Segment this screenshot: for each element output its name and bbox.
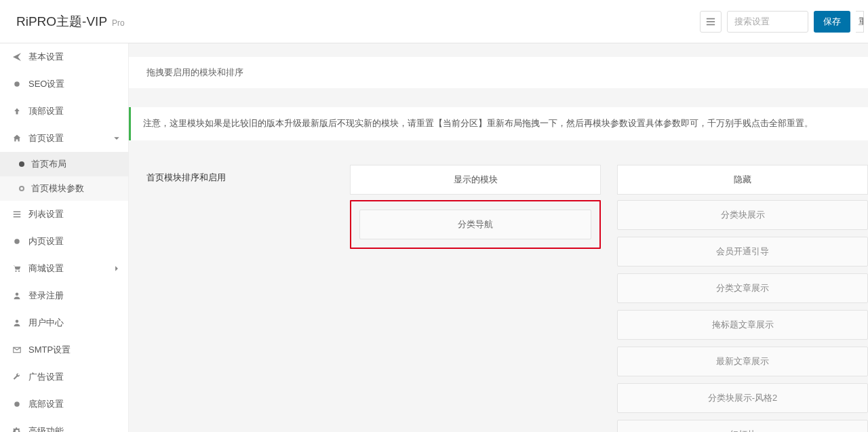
sidebar-label: 广告设置: [28, 371, 64, 383]
sidebar-item-login[interactable]: 登录注册: [0, 282, 128, 309]
sidebar-label: 登录注册: [28, 290, 64, 302]
sidebar-label: SMTP设置: [28, 344, 71, 356]
svg-rect-1: [707, 21, 715, 22]
svg-rect-6: [14, 216, 21, 218]
layout-row: 首页模块排序和启用 显示的模块 分类导航 隐藏 分类块展示 会员开通引导 分类文…: [129, 165, 868, 432]
enabled-header: 显示的模块: [350, 165, 601, 195]
layout-columns: 显示的模块 分类导航 隐藏 分类块展示 会员开通引导 分类文章展示 掩标题文章展…: [350, 165, 868, 432]
sidebar-label: 底部设置: [28, 398, 64, 410]
sidebar-label: 基本设置: [28, 51, 64, 63]
sidebar-sub-layout[interactable]: 首页布局: [0, 152, 128, 176]
module-item[interactable]: 分类文章展示: [617, 273, 868, 303]
svg-point-10: [16, 293, 19, 296]
sidebar-sub-params[interactable]: 首页模块参数: [0, 176, 128, 201]
section-title: 拖拽要启用的模块和排序: [129, 57, 868, 88]
gear-icon: [11, 427, 23, 432]
module-item[interactable]: 幻灯片: [617, 420, 868, 432]
chevron-down-icon: [113, 134, 120, 144]
svg-point-11: [16, 320, 19, 323]
header-actions: 保存 重: [700, 11, 864, 33]
save-button[interactable]: 保存: [814, 11, 850, 33]
sidebar-item-smtp[interactable]: SMTP设置: [0, 336, 128, 364]
svg-rect-0: [707, 18, 715, 19]
sidebar-label: 首页设置: [28, 132, 64, 144]
svg-point-13: [14, 401, 20, 407]
svg-point-7: [14, 239, 20, 244]
module-item[interactable]: 分类块展示: [617, 200, 868, 230]
sidebar-item-top[interactable]: 顶部设置: [0, 98, 128, 125]
sidebar-item-seo[interactable]: SEO设置: [0, 71, 128, 98]
page-title: RiPRO主题-VIP Pro: [16, 13, 125, 31]
sidebar-item-list[interactable]: 列表设置: [0, 201, 128, 228]
dot-icon: [11, 80, 23, 88]
sidebar-item-ads[interactable]: 广告设置: [0, 364, 128, 391]
sidebar-item-inner[interactable]: 内页设置: [0, 228, 128, 255]
svg-rect-2: [707, 24, 715, 25]
sidebar-item-basic[interactable]: 基本设置: [0, 43, 128, 71]
highlighted-module-box: 分类导航: [350, 200, 601, 249]
wrench-icon: [11, 373, 23, 381]
sidebar-sub-home: 首页布局 首页模块参数: [0, 152, 128, 201]
dot-icon: [11, 400, 23, 408]
sidebar-label: 用户中心: [28, 317, 64, 329]
home-icon: [11, 134, 23, 142]
up-icon: [11, 107, 23, 115]
svg-rect-4: [14, 212, 21, 213]
sidebar-label: SEO设置: [28, 78, 64, 90]
hidden-module-list: 分类块展示 会员开通引导 分类文章展示 掩标题文章展示 最新文章展示 分类块展示…: [617, 200, 868, 432]
chevron-right-icon: [113, 264, 120, 274]
svg-point-9: [18, 271, 20, 272]
svg-rect-5: [14, 214, 21, 215]
user-icon: [11, 319, 23, 327]
title-suffix: Pro: [112, 18, 125, 28]
module-item[interactable]: 分类块展示-风格2: [617, 383, 868, 413]
sidebar-label: 顶部设置: [28, 105, 64, 117]
user-icon: [11, 292, 23, 300]
sidebar-item-advanced[interactable]: 高级功能: [0, 418, 128, 432]
layout-label: 首页模块排序和启用: [146, 165, 336, 432]
sidebar-label: 列表设置: [28, 208, 64, 220]
sidebar-item-shop[interactable]: 商城设置: [0, 255, 128, 282]
module-item[interactable]: 会员开通引导: [617, 237, 868, 267]
svg-point-8: [15, 271, 16, 272]
mail-icon: [11, 346, 23, 354]
notice-container: 注意，这里模块如果是比较旧的版本升级最新版后不现实新的模块，请重置【当前分区】重…: [129, 107, 868, 140]
svg-point-3: [14, 81, 20, 87]
module-item[interactable]: 最新文章展示: [617, 347, 868, 376]
bullet-icon: [19, 161, 24, 167]
bullet-hollow-icon: [19, 186, 24, 191]
enabled-modules-column: 显示的模块 分类导航: [350, 165, 601, 432]
module-item[interactable]: 分类导航: [359, 210, 591, 239]
title-main: RiPRO主题-VIP: [16, 14, 107, 28]
sidebar-item-usercenter[interactable]: 用户中心: [0, 309, 128, 336]
main-content: 拖拽要启用的模块和排序 注意，这里模块如果是比较旧的版本升级最新版后不现实新的模…: [129, 43, 868, 432]
plane-icon: [11, 53, 23, 61]
cart-icon: [11, 264, 23, 273]
sidebar-item-footer[interactable]: 底部设置: [0, 391, 128, 418]
sidebar-label: 内页设置: [28, 235, 64, 248]
hidden-header: 隐藏: [617, 165, 868, 195]
sidebar-sub-label: 首页模块参数: [31, 183, 84, 195]
list-icon: [11, 210, 23, 218]
dot-icon: [11, 237, 23, 246]
module-item[interactable]: 掩标题文章展示: [617, 310, 868, 340]
sidebar: 基本设置 SEO设置 顶部设置 首页设置 首页布局 首页模块参数: [0, 43, 129, 432]
notice-text: 注意，这里模块如果是比较旧的版本升级最新版后不现实新的模块，请重置【当前分区】重…: [129, 107, 868, 140]
reset-button-partial[interactable]: 重: [856, 11, 864, 33]
sidebar-item-home[interactable]: 首页设置: [0, 125, 128, 152]
header-bar: RiPRO主题-VIP Pro 保存 重: [0, 0, 868, 43]
search-input[interactable]: [727, 11, 808, 33]
sidebar-label: 高级功能: [28, 425, 64, 432]
expand-button[interactable]: [700, 11, 722, 33]
sidebar-label: 商城设置: [28, 262, 64, 275]
hidden-modules-column: 隐藏 分类块展示 会员开通引导 分类文章展示 掩标题文章展示 最新文章展示 分类…: [617, 165, 868, 432]
sidebar-sub-label: 首页布局: [31, 159, 66, 170]
expand-icon: [706, 17, 715, 26]
